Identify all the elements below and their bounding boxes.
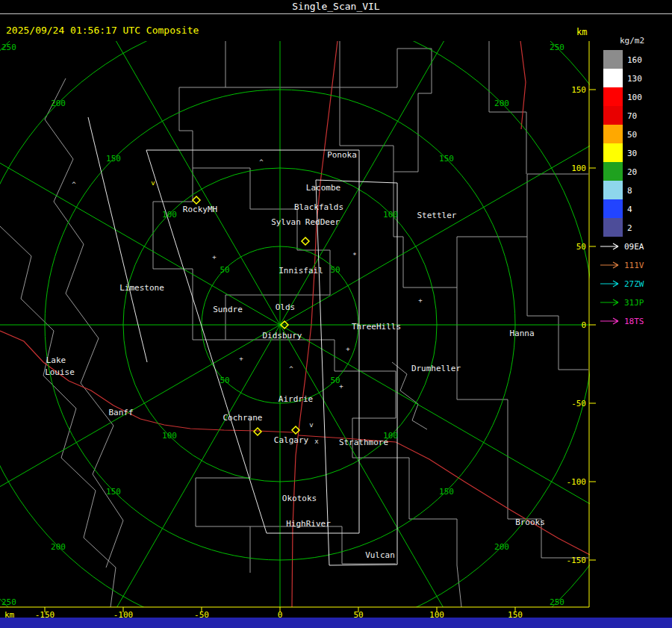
colorbar-swatch — [603, 125, 623, 143]
range-label: 200 — [494, 99, 509, 108]
range-label: 200 — [51, 542, 66, 552]
colorbar-value: 100 — [627, 93, 642, 102]
legend-arrow-icon — [600, 299, 618, 305]
town-marker: ^ — [289, 365, 293, 373]
city-labels: Ponoka Lacombe Blackfalds Sylvan RedDeer… — [45, 150, 545, 560]
radar-site-diamond-icon — [254, 428, 261, 435]
legend-arrow-icon — [600, 281, 618, 287]
range-label: 150 — [106, 487, 121, 497]
county-boundary — [196, 418, 250, 573]
range-label: 50 — [330, 265, 340, 275]
city-label: Olds — [276, 302, 296, 312]
city-label: Limestone — [119, 283, 164, 293]
range-label: 200 — [494, 542, 509, 552]
range-label: 100 — [383, 210, 398, 220]
town-marker: ^ — [259, 158, 264, 166]
town-marker: + — [418, 296, 423, 304]
city-label: Sundre — [213, 305, 243, 314]
county-boundary — [457, 316, 508, 519]
city-label: HighRiver — [286, 519, 331, 529]
city-label: Ponoka — [327, 150, 357, 160]
county-boundary — [225, 41, 340, 87]
city-label: Cochrane — [223, 413, 263, 423]
y-tick-label: 0 — [581, 320, 586, 330]
scan-boundaries — [88, 117, 397, 565]
city-label: Brooks — [515, 517, 545, 527]
town-markers: ^ ^ + * + + + ^ + v x v — [72, 158, 423, 445]
range-label: 250 — [550, 597, 564, 607]
range-label: 150 — [439, 154, 454, 164]
county-boundary — [340, 49, 432, 87]
site-pointer-icon: v — [151, 179, 155, 187]
town-marker: x — [314, 438, 319, 445]
colorbar-swatch — [603, 50, 623, 69]
colorbar-swatch — [603, 87, 623, 106]
range-label: 250 — [1, 43, 16, 52]
city-label: Hanna — [509, 329, 534, 338]
legend-arrow-icon — [600, 262, 618, 268]
y-tick-label: 100 — [571, 164, 586, 173]
colorbar-value: 70 — [627, 111, 637, 121]
town-marker: + — [239, 355, 243, 362]
range-label: 150 — [439, 487, 454, 497]
city-label: Drumheller — [411, 364, 461, 373]
y-tick-label: 50 — [576, 242, 586, 252]
colorbar-unit-label: kg/m2 — [620, 36, 644, 46]
city-label: Didsbury — [263, 331, 302, 341]
radar-site-diamond-icon — [193, 196, 200, 204]
county-boundary — [527, 237, 588, 370]
y-tick-label: -150 — [567, 556, 587, 565]
range-label: 150 — [106, 154, 121, 164]
colorbar-value: 130 — [627, 74, 642, 84]
county-boundary — [179, 41, 225, 168]
county-boundary — [352, 458, 457, 565]
legend-arrow-icon — [600, 243, 618, 249]
radar-app-window: Single_Scan_VIL 2025/09/24 01:56:17 UTC … — [0, 0, 672, 628]
city-label: Lacombe — [306, 183, 340, 193]
range-label: 200 — [51, 99, 66, 108]
city-label: Blackfalds — [294, 202, 343, 212]
city-label: Sylvan — [271, 217, 301, 227]
colorbar-value: 30 — [627, 149, 637, 158]
town-marker: v — [309, 421, 313, 429]
colorbar-value: 2 — [627, 223, 632, 233]
city-label: ThreeHills — [352, 322, 401, 332]
county-boundary — [457, 565, 461, 607]
window-title: Single_Scan_VIL — [0, 0, 672, 14]
colorbar-swatch — [603, 181, 623, 199]
legend-radar-id: 111V — [624, 261, 644, 270]
city-label: Calgary — [274, 435, 309, 445]
city-label: Strathmore — [339, 438, 388, 447]
y-tick-label: -50 — [571, 399, 586, 408]
colorbar-swatch — [603, 143, 623, 162]
city-label: Vulcan — [365, 550, 395, 560]
legend-radar-id: 18TS — [624, 317, 644, 326]
city-label: Lake — [46, 355, 66, 365]
colorbar-value: 160 — [627, 55, 642, 65]
colorbar-swatch — [603, 69, 623, 87]
colorbar-value: 50 — [627, 130, 637, 140]
legend-arrow-icon — [600, 318, 618, 324]
colorbar-swatch — [603, 199, 623, 218]
county-boundary — [153, 168, 193, 340]
radar-site-diamond-icon — [302, 237, 309, 245]
city-label: Airdrie — [279, 394, 313, 404]
county-boundary — [193, 168, 297, 209]
town-marker: * — [352, 252, 356, 259]
scan-boundary — [316, 180, 397, 565]
radar-map[interactable]: 50 100 150 200 250 50 100 150 200 250 50… — [0, 41, 597, 620]
range-label: 50 — [220, 376, 229, 385]
scan-timestamp: 2025/09/24 01:56:17 UTC Composite — [6, 25, 199, 36]
colorbar-panel: kg/m2 160 130 100 70 50 30 20 8 4 2 09EA… — [597, 34, 672, 332]
city-label: RedDeer — [305, 217, 340, 227]
county-boundary — [457, 174, 588, 287]
city-label: Louise — [45, 367, 75, 377]
colorbar-swatch — [603, 218, 623, 237]
colorbar-value: 4 — [627, 205, 632, 214]
range-label: 250 — [550, 43, 564, 52]
y-tick-label: -100 — [567, 477, 587, 487]
city-label: Banff — [108, 408, 133, 417]
y-tick-label: 150 — [571, 85, 586, 95]
legend-radar-id: 27ZW — [624, 279, 644, 289]
colorbar-swatch — [603, 162, 623, 181]
